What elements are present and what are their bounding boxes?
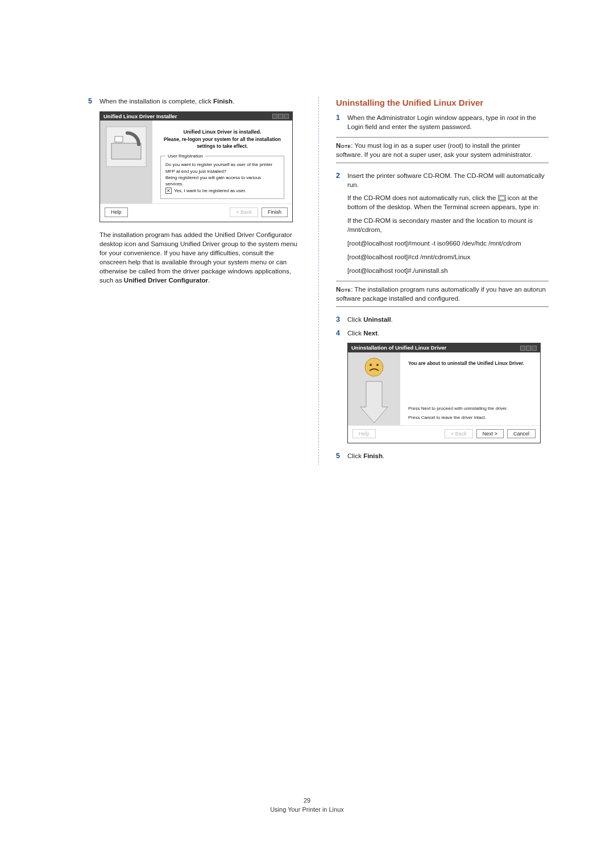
dialog-side-graphic bbox=[348, 352, 400, 425]
legend: User Registration bbox=[165, 153, 205, 159]
right-column: Uninstalling the Unified Linux Driver 1 … bbox=[318, 97, 549, 465]
left-step-5: 5 When the installation is complete, cli… bbox=[88, 97, 301, 107]
step-text: When the Administrator Login window appe… bbox=[347, 113, 549, 131]
window-controls bbox=[272, 114, 289, 119]
cdrom-instruction: If the CD-ROM does not automatically run… bbox=[347, 193, 549, 211]
dialog-subheading: Please, re-logon your system for all the… bbox=[160, 136, 284, 150]
terminal-icon bbox=[498, 195, 506, 201]
installer-screenshot: Unified Linux Driver Installer Unified L bbox=[99, 111, 293, 222]
text: If the CD-ROM does not automatically run… bbox=[347, 194, 498, 201]
command-line: [root@localhost root]#./uninstall.sh bbox=[347, 266, 549, 275]
checkbox-label: Yes, I want to be registered as user. bbox=[174, 188, 246, 194]
text-bold: Finish bbox=[363, 452, 383, 459]
svg-point-5 bbox=[376, 364, 379, 366]
note-autorun: Note: The installation program runs auto… bbox=[336, 281, 549, 307]
fieldset-text: Do you want to register yourself as user… bbox=[165, 161, 279, 174]
text: Click bbox=[347, 452, 363, 459]
page-caption: Using Your Printer in Linux bbox=[0, 805, 614, 814]
section-title: Uninstalling the Unified Linux Driver bbox=[336, 97, 549, 109]
dialog-heading: Unified Linux Driver is installed. bbox=[160, 128, 284, 136]
step-text: When the installation is complete, click… bbox=[99, 97, 301, 106]
svg-rect-2 bbox=[115, 136, 123, 142]
step-number: 5 bbox=[88, 97, 99, 107]
dialog-titlebar: Unified Linux Driver Installer bbox=[100, 112, 292, 121]
uninstaller-screenshot: Uninstallation of Unified Linux Driver bbox=[347, 343, 541, 443]
register-checkbox-row: ✕ Yes, I want to be registered as user. bbox=[165, 188, 279, 194]
dialog-line: You are about to uninstall the Unified L… bbox=[408, 360, 532, 367]
installer-description: The installation program has added the U… bbox=[99, 230, 301, 285]
user-registration-fieldset: User Registration Do you want to registe… bbox=[160, 156, 284, 199]
right-step-3: 3 Click Uninstall. bbox=[336, 315, 549, 325]
right-step-5: 5 Click Finish. bbox=[336, 451, 549, 462]
text: . bbox=[391, 316, 393, 323]
back-button: < Back bbox=[230, 207, 258, 217]
svg-point-3 bbox=[365, 358, 383, 376]
step-text: Click Uninstall. bbox=[347, 315, 549, 324]
help-button[interactable]: Help bbox=[105, 207, 128, 217]
step-number: 2 bbox=[336, 171, 347, 181]
dialog-side-graphic bbox=[100, 121, 152, 204]
command-line: [root@localhost root]#cd /mnt/cdrom/Linu… bbox=[347, 252, 549, 261]
svg-rect-1 bbox=[111, 143, 141, 159]
text-italic: root bbox=[507, 114, 518, 121]
text-bold: Uninstall bbox=[363, 316, 391, 323]
text: The installation program has added the U… bbox=[99, 231, 297, 284]
page-number: 29 bbox=[0, 796, 614, 805]
cancel-button[interactable]: Cancel bbox=[507, 429, 536, 439]
next-button[interactable]: Next > bbox=[476, 429, 504, 439]
step-number: 3 bbox=[336, 315, 347, 325]
text: . bbox=[233, 98, 234, 105]
text: . bbox=[377, 330, 379, 337]
step-text: Click Next. bbox=[347, 329, 549, 338]
dialog-title: Unified Linux Driver Installer bbox=[103, 113, 177, 120]
back-button: < Back bbox=[445, 429, 473, 439]
step-text: Insert the printer software CD-ROM. The … bbox=[347, 171, 549, 189]
help-button: Help bbox=[352, 429, 376, 439]
step-number: 4 bbox=[336, 329, 347, 339]
dialog-line: Press Cancel to leave the driver intact. bbox=[408, 414, 532, 421]
step-number: 5 bbox=[336, 451, 347, 462]
text: When the installation is complete, click bbox=[99, 98, 213, 105]
note-label: Note bbox=[336, 142, 351, 149]
finish-button[interactable]: Finish bbox=[262, 207, 288, 217]
step-text: Click Finish. bbox=[347, 451, 549, 460]
text-bold: Next bbox=[363, 330, 377, 337]
text: . bbox=[383, 452, 384, 459]
register-checkbox[interactable]: ✕ bbox=[165, 188, 172, 194]
right-step-2: 2 Insert the printer software CD-ROM. Th… bbox=[336, 171, 549, 189]
text: . bbox=[208, 277, 210, 284]
dialog-titlebar: Uninstallation of Unified Linux Driver bbox=[348, 343, 540, 352]
note-text: : The installation program runs automati… bbox=[336, 286, 546, 302]
text-bold: Finish bbox=[213, 98, 233, 105]
right-step-1: 1 When the Administrator Login window ap… bbox=[336, 113, 549, 131]
dialog-line: Press Next to proceed with uninstalling … bbox=[408, 405, 532, 412]
text: When the Administrator Login window appe… bbox=[347, 114, 507, 121]
fieldset-text: Being registered you will gain access to… bbox=[165, 175, 279, 187]
dialog-title: Uninstallation of Unified Linux Driver bbox=[351, 344, 446, 351]
step-number: 1 bbox=[336, 113, 347, 123]
command-line: [root@localhost root]#mount -t iso9660 /… bbox=[347, 239, 549, 248]
note-text: : You must log in as a super user (root)… bbox=[336, 142, 532, 158]
text: Click bbox=[347, 330, 363, 337]
note-superuser: Note: You must log in as a super user (r… bbox=[336, 137, 549, 163]
text: Click bbox=[347, 316, 363, 323]
window-controls bbox=[520, 346, 537, 351]
mount-instruction: If the CD-ROM is secondary master and th… bbox=[347, 216, 549, 234]
text-bold: Unified Driver Configurator bbox=[124, 277, 208, 284]
right-step-4: 4 Click Next. bbox=[336, 329, 549, 339]
svg-point-4 bbox=[370, 364, 372, 366]
page-footer: 29 Using Your Printer in Linux bbox=[0, 796, 614, 814]
note-label: Note bbox=[336, 286, 351, 293]
left-column: 5 When the installation is complete, cli… bbox=[88, 97, 318, 465]
